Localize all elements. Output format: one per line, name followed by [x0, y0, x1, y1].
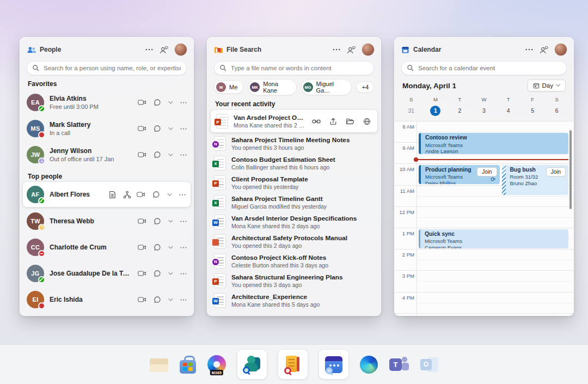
week-date[interactable]: 31 [406, 106, 416, 116]
person-row[interactable]: JW Jenny Wilson Out of office until 17 J… [20, 142, 193, 168]
week-date[interactable]: 2 [455, 106, 465, 116]
week-date[interactable]: 4 [503, 106, 513, 116]
person-row[interactable]: EA Elvia Atkins Free until 3:00 PM [20, 89, 193, 115]
file-row[interactable]: Contoso Project Kick-off Notes Celeste B… [207, 251, 381, 271]
more-icon[interactable] [180, 154, 187, 156]
video-call-icon[interactable] [138, 270, 146, 277]
hour-label: 1 PM [395, 228, 414, 236]
person-filter-chip[interactable]: MK Mona Kane [248, 79, 296, 95]
video-call-icon[interactable] [138, 244, 146, 251]
more-icon[interactable] [179, 194, 186, 196]
more-icon[interactable] [180, 273, 187, 275]
profile-avatar[interactable] [555, 44, 567, 56]
join-button[interactable]: Join [477, 167, 497, 176]
more-icon[interactable] [180, 102, 187, 103]
teams-icon[interactable]: T [389, 356, 409, 373]
person-row[interactable]: AF Albert Flores [23, 182, 191, 207]
copy-link-icon[interactable] [312, 119, 321, 124]
file-row[interactable]: Architectural Safety Protocols Manual Yo… [207, 231, 381, 251]
file-row[interactable]: Sahara Project Timeline Meeting Notes Yo… [207, 133, 381, 153]
avatar: MG [303, 82, 313, 92]
chevron-down-icon[interactable] [168, 246, 173, 249]
calendar-event[interactable]: Bug bushRoom 31/32Bruno ZhaoJoin [502, 165, 568, 195]
calendar-event[interactable]: Quick syncMicrosoft TeamsCameron Evans [419, 229, 568, 248]
more-icon[interactable] [180, 128, 187, 130]
file-explorer-icon[interactable] [150, 357, 168, 372]
person-filter-chip[interactable]: +4 [356, 82, 374, 93]
video-call-icon[interactable] [137, 191, 145, 198]
person-row[interactable]: TW Theresa Webb [20, 208, 193, 234]
org-chart-icon[interactable] [123, 191, 131, 199]
feedback-icon[interactable] [347, 46, 356, 54]
more-icon[interactable] [180, 299, 187, 301]
calendar-search-input[interactable] [401, 61, 567, 75]
file-search-input[interactable] [214, 61, 374, 75]
more-icon[interactable] [145, 48, 153, 51]
people-search-widget-icon[interactable] [237, 350, 267, 379]
video-call-icon[interactable] [138, 151, 146, 158]
video-call-icon[interactable] [138, 296, 146, 303]
week-date[interactable]: 1 [430, 106, 440, 116]
file-row[interactable]: Van Arsdel Project Overview… Mona Kane s… [211, 110, 377, 132]
file-row[interactable]: Contoso Budget Estimation Sheet Colin Ba… [207, 153, 381, 173]
chat-icon[interactable] [154, 217, 161, 225]
profile-card-icon[interactable] [109, 191, 116, 199]
chat-icon[interactable] [154, 270, 161, 277]
more-icon[interactable] [333, 48, 340, 51]
person-row[interactable]: MS Mark Slattery In a call [20, 115, 193, 142]
join-button[interactable]: Join [546, 167, 566, 176]
open-folder-icon[interactable] [346, 118, 354, 125]
chat-icon[interactable] [154, 99, 161, 106]
calendar-search-widget-icon[interactable] [319, 350, 348, 379]
globe-icon[interactable] [363, 118, 371, 125]
scrollbar[interactable] [569, 130, 572, 209]
more-icon[interactable] [525, 48, 533, 51]
profile-avatar[interactable] [362, 44, 374, 56]
chevron-down-icon[interactable] [168, 153, 173, 157]
chat-icon[interactable] [154, 296, 161, 303]
chevron-down-icon[interactable] [168, 220, 173, 223]
chevron-down-icon[interactable] [168, 101, 173, 105]
file-row[interactable]: Sahara Structural Engineering Plans You … [207, 271, 381, 290]
microsoft-store-icon[interactable] [180, 356, 196, 374]
chat-icon[interactable] [154, 243, 161, 251]
person-row[interactable]: EI Eric Ishida [20, 287, 193, 313]
feedback-icon[interactable] [540, 46, 548, 54]
file-row[interactable]: Client Proposal Template You opened this… [207, 173, 381, 192]
chevron-down-icon[interactable] [168, 127, 173, 131]
person-row[interactable]: CC Charlotte de Crum [20, 234, 193, 260]
outlook-icon[interactable]: O [420, 356, 438, 373]
chevron-down-icon[interactable] [167, 193, 172, 197]
file-row[interactable]: Van Arsdel Interior Design Specification… [207, 212, 381, 231]
profile-avatar[interactable] [175, 44, 187, 56]
video-call-icon[interactable] [138, 218, 146, 224]
chat-icon[interactable] [154, 125, 161, 132]
file-search-widget-icon[interactable] [278, 350, 308, 379]
more-icon[interactable] [180, 221, 187, 222]
share-icon[interactable] [329, 118, 337, 125]
person-row[interactable]: JG Jose Guadalupe De la Torre [20, 260, 193, 287]
chat-icon[interactable] [154, 151, 161, 159]
video-call-icon[interactable] [138, 125, 146, 132]
video-call-icon[interactable] [138, 99, 146, 106]
m365-copilot-icon[interactable]: M365 [207, 355, 226, 374]
week-date[interactable]: 3 [479, 106, 489, 116]
feedback-icon[interactable] [160, 46, 168, 54]
edge-icon[interactable] [360, 356, 378, 374]
person-filter-chip[interactable]: MG Miguel Ga… [301, 79, 352, 95]
people-search-input[interactable] [27, 61, 187, 75]
file-row[interactable]: Architecture_Experience Mona Kane shared… [207, 290, 381, 310]
person-filter-chip[interactable]: M Me [214, 81, 243, 94]
view-selector-button[interactable]: Day [528, 80, 566, 92]
file-row[interactable]: Sahara Project Timeline Gantt Miguel Gar… [207, 192, 381, 212]
chevron-down-icon[interactable] [168, 298, 173, 302]
calendar-event[interactable]: Product planningMicrosoft TeamsDaisy Phi… [419, 165, 500, 184]
week-date[interactable]: 6 [552, 106, 562, 116]
chat-icon[interactable] [152, 191, 160, 198]
chevron-down-icon[interactable] [168, 272, 173, 276]
calendar-event[interactable]: Contoso reviewMicrosoft TeamsAndre Lawso… [419, 133, 568, 154]
more-icon[interactable] [180, 247, 187, 248]
person-name: Elvia Atkins [50, 95, 132, 102]
weekday-letter: S [399, 96, 424, 102]
week-date[interactable]: 5 [528, 106, 538, 116]
